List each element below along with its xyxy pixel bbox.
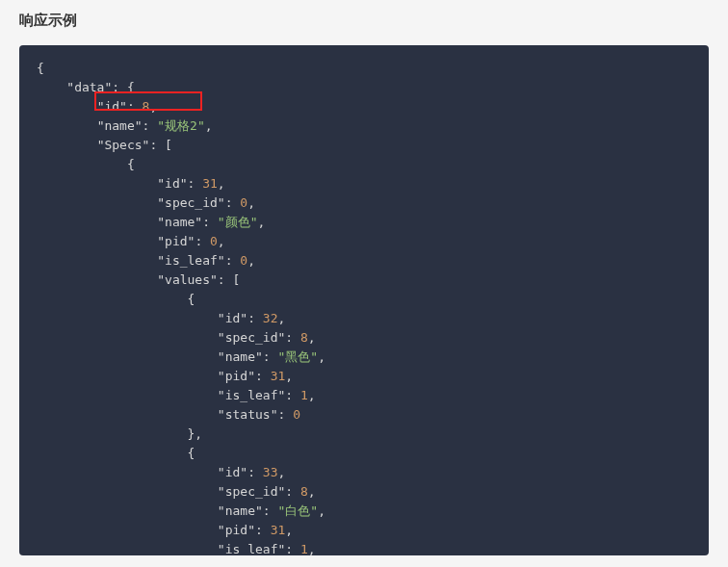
code-line: "pid": 31, (37, 367, 691, 386)
code-line: { (37, 444, 691, 463)
code-line: "pid": 0, (37, 232, 691, 251)
code-line: "id": 31, (37, 174, 691, 193)
code-line: "is_leaf": 1, (37, 540, 691, 555)
code-block: { "data": { "id": 8, "name": "规格2", "Spe… (19, 45, 709, 555)
code-line: "is_leaf": 1, (37, 386, 691, 405)
code-line: }, (37, 425, 691, 444)
code-line: "name": "颜色", (37, 213, 691, 232)
code-line: "name": "白色", (37, 502, 691, 521)
code-line: "id": 8, (37, 97, 691, 116)
code-line: "values": [ (37, 271, 691, 290)
code-line: "spec_id": 8, (37, 328, 691, 348)
code-line: "is_leaf": 0, (37, 251, 691, 271)
code-container: { "data": { "id": 8, "name": "规格2", "Spe… (37, 59, 691, 555)
code-line: { (37, 290, 691, 309)
code-line: "pid": 31, (37, 521, 691, 540)
code-line: { (37, 59, 691, 78)
code-line: "name": "黑色", (37, 348, 691, 367)
code-line: "spec_id": 8, (37, 482, 691, 502)
code-line: "Specs": [ (37, 136, 691, 155)
code-line: { (37, 155, 691, 174)
code-line: "data": { (37, 78, 691, 97)
section-title: 响应示例 (19, 12, 709, 30)
code-line: "name": "规格2", (37, 116, 691, 136)
code-line: "id": 33, (37, 463, 691, 482)
code-line: "id": 32, (37, 309, 691, 328)
code-line: "spec_id": 0, (37, 193, 691, 213)
code-line: "status": 0 (37, 405, 691, 425)
